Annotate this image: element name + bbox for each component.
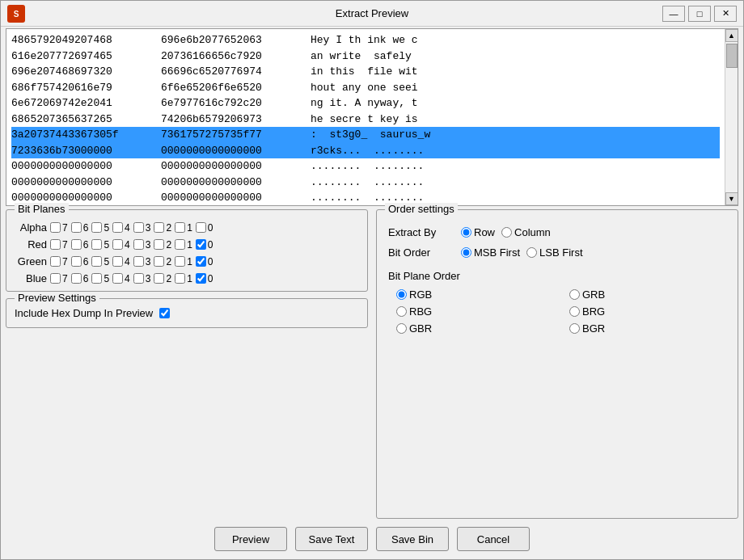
minimize-button[interactable]: — [662, 6, 685, 22]
save-bin-button[interactable]: Save Bin [376, 527, 449, 551]
bit-planes-label: Bit Planes [15, 203, 69, 215]
bit-green-6-checkbox[interactable] [71, 256, 82, 267]
bit-alpha-1-checkbox[interactable] [175, 222, 185, 233]
bit-green-7-checkbox[interactable] [50, 256, 61, 267]
bpo-rbg-radio[interactable] [396, 306, 407, 317]
preview-area: 4865792049207468 696e6b2077652063 Hey I … [6, 28, 738, 206]
extract-by-col-radio[interactable] [501, 227, 512, 238]
bit-alpha-2-checkbox[interactable] [154, 222, 164, 233]
bpo-bgr-option[interactable]: BGR [569, 322, 726, 335]
main-window: S Extract Preview — □ ✕ 4865792049207468… [0, 0, 744, 560]
table-row: 616e207772697465 20736166656c7920 an wri… [11, 48, 720, 65]
close-button[interactable]: ✕ [714, 6, 737, 22]
bottom-buttons: Preview Save Text Save Bin Cancel [1, 519, 743, 559]
bit-blue-1-checkbox[interactable] [175, 273, 185, 284]
bit-row: Blue76543210 [15, 272, 359, 284]
titlebar-left: S [7, 5, 25, 23]
preview-text-content: 4865792049207468 696e6b2077652063 Hey I … [6, 29, 725, 205]
bit-blue-0-checkbox[interactable] [196, 273, 206, 284]
bit-red-3-checkbox[interactable] [133, 239, 144, 250]
cancel-button[interactable]: Cancel [457, 527, 530, 551]
bit-red-2-checkbox[interactable] [154, 239, 164, 250]
bit-red-1-checkbox[interactable] [175, 239, 185, 250]
bpo-brg-option[interactable]: BRG [569, 305, 726, 318]
bit-alpha-7-checkbox[interactable] [50, 222, 61, 233]
msb-first-label: MSB First [474, 246, 520, 259]
bit-green-0-checkbox[interactable] [196, 256, 206, 267]
bit-plane-order-section: Bit Plane Order RGBGRBRBGBRGGBRBGR [388, 270, 726, 335]
bpo-grb-radio[interactable] [569, 289, 580, 300]
scroll-up-arrow[interactable]: ▲ [725, 29, 738, 42]
vertical-scrollbar[interactable]: ▲ ▼ [725, 29, 738, 205]
table-row: 7233636b73000000 0000000000000000 r3cks.… [11, 143, 720, 159]
lsb-first-option[interactable]: LSB First [526, 246, 582, 259]
bit-red-4-checkbox[interactable] [112, 239, 123, 250]
bpo-rgb-radio[interactable] [396, 289, 407, 300]
hex-dump-row: Include Hex Dump In Preview [15, 307, 359, 319]
preview-button[interactable]: Preview [214, 527, 287, 551]
titlebar: S Extract Preview — □ ✕ [1, 1, 743, 27]
table-row: 0000000000000000 0000000000000000 ......… [11, 175, 720, 191]
bit-green-4-checkbox[interactable] [112, 256, 123, 267]
bit-blue-7-checkbox[interactable] [50, 273, 61, 284]
bit-blue-6-checkbox[interactable] [71, 273, 82, 284]
lsb-first-radio[interactable] [526, 247, 537, 258]
bit-green-1-checkbox[interactable] [175, 256, 185, 267]
bit-blue-5-checkbox[interactable] [91, 273, 102, 284]
msb-first-option[interactable]: MSB First [461, 246, 520, 259]
bit-red-5-checkbox[interactable] [91, 239, 102, 250]
table-row: 696e207468697320 66696c6520776974 in thi… [11, 64, 720, 80]
bit-red-7-checkbox[interactable] [50, 239, 61, 250]
bit-alpha-5-checkbox[interactable] [91, 222, 102, 233]
bpo-bgr-radio[interactable] [569, 323, 580, 334]
bit-blue-2-checkbox[interactable] [154, 273, 164, 284]
bit-blue-4-checkbox[interactable] [112, 273, 123, 284]
msb-first-radio[interactable] [461, 247, 471, 258]
save-text-button[interactable]: Save Text [295, 527, 368, 551]
hex-dump-checkbox[interactable] [159, 308, 170, 318]
app-icon: S [7, 5, 25, 23]
maximize-button[interactable]: □ [688, 6, 711, 22]
extract-by-label: Extract By [388, 226, 453, 238]
bit-row: Red76543210 [15, 238, 359, 251]
lsb-first-label: LSB First [539, 246, 582, 259]
svg-text:S: S [14, 10, 19, 19]
order-settings-group: Order settings Extract By Row Column [376, 209, 738, 519]
preview-settings-label: Preview Settings [15, 292, 99, 304]
table-row: 4865792049207468 696e6b2077652063 Hey I … [11, 32, 720, 48]
table-row: 6865207365637265 74206b6579206973 he sec… [11, 112, 720, 128]
bit-order-radio-group: MSB First LSB First [461, 246, 583, 259]
bit-green-5-checkbox[interactable] [91, 256, 102, 267]
bit-green-3-checkbox[interactable] [133, 256, 144, 267]
bpo-gbr-option[interactable]: GBR [396, 322, 553, 335]
bit-blue-3-checkbox[interactable] [133, 273, 144, 284]
window-controls: — □ ✕ [662, 6, 737, 22]
bit-row: Green76543210 [15, 255, 359, 267]
extract-by-row-radio[interactable] [461, 227, 471, 238]
bit-alpha-4-checkbox[interactable] [112, 222, 123, 233]
window-title: Extract Preview [336, 7, 408, 19]
bit-green-2-checkbox[interactable] [154, 256, 164, 267]
bit-alpha-6-checkbox[interactable] [71, 222, 82, 233]
order-settings-label: Order settings [385, 203, 458, 215]
bit-alpha-3-checkbox[interactable] [133, 222, 144, 233]
bit-red-0-checkbox[interactable] [196, 239, 206, 250]
bpo-grb-option[interactable]: GRB [569, 288, 726, 301]
extract-by-row: Extract By Row Column [388, 226, 726, 238]
scroll-thumb[interactable] [726, 44, 738, 68]
extract-by-col-option[interactable]: Column [501, 226, 551, 238]
bit-plane-order-grid: RGBGRBRBGBRGGBRBGR [388, 288, 726, 335]
scroll-down-arrow[interactable]: ▼ [725, 192, 738, 205]
bit-alpha-0-checkbox[interactable] [196, 222, 206, 233]
bpo-gbr-radio[interactable] [396, 323, 407, 334]
bpo-brg-radio[interactable] [569, 306, 580, 317]
bpo-rgb-option[interactable]: RGB [396, 288, 553, 301]
bit-planes-group: Bit Planes Alpha76543210Red76543210Green… [6, 209, 368, 292]
panel-left: Bit Planes Alpha76543210Red76543210Green… [6, 209, 368, 519]
table-row: 0000000000000000 0000000000000000 ......… [11, 158, 720, 175]
extract-by-row-label: Row [474, 226, 495, 238]
bit-red-6-checkbox[interactable] [71, 239, 82, 250]
table-row: 0000000000000000 0000000000000000 ......… [11, 190, 720, 205]
bpo-rbg-option[interactable]: RBG [396, 305, 553, 318]
extract-by-row-option[interactable]: Row [461, 226, 495, 238]
